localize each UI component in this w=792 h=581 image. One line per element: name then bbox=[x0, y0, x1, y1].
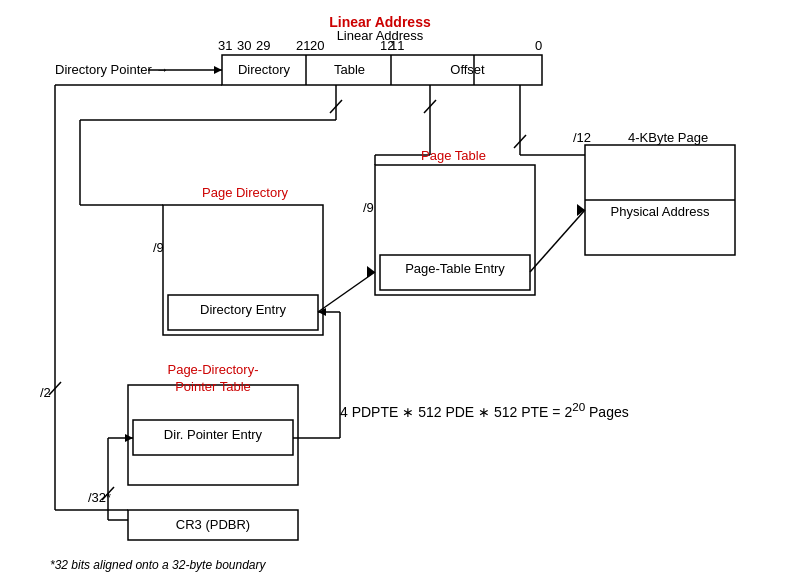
svg-line-25 bbox=[514, 135, 526, 148]
svg-marker-46 bbox=[214, 66, 222, 74]
page-dir-pointer-label: Page-Directory-Pointer Table bbox=[128, 362, 298, 396]
bit-31: 31 bbox=[218, 38, 232, 53]
physical-address-label: Physical Address bbox=[585, 204, 735, 219]
svg-marker-35 bbox=[125, 434, 133, 442]
formula-label: 4 PDPTE ∗ 512 PDE ∗ 512 PTE = 220 Pages bbox=[340, 400, 629, 420]
linear-address-title: Linear Address bbox=[280, 14, 480, 30]
offset-segment: Offset bbox=[393, 62, 542, 77]
footnote-label: *32 bits aligned onto a 32-byte boundary bbox=[50, 558, 266, 572]
page-directory-label: Page Directory bbox=[170, 185, 320, 200]
bit-29: 29 bbox=[256, 38, 270, 53]
directory-pointer-label: Directory Pointer → bbox=[55, 62, 168, 77]
bit-30: 30 bbox=[237, 38, 251, 53]
directory-segment: Directory bbox=[222, 62, 306, 77]
slash-12: /12 bbox=[573, 130, 591, 145]
svg-line-14 bbox=[330, 100, 342, 113]
table-segment: Table bbox=[308, 62, 391, 77]
slash-2: /2 bbox=[40, 385, 51, 400]
directory-entry-label: Directory Entry bbox=[168, 302, 318, 317]
svg-marker-40 bbox=[318, 308, 326, 316]
slash-9-table: /9 bbox=[363, 200, 374, 215]
svg-rect-8 bbox=[585, 145, 735, 255]
svg-line-30 bbox=[530, 210, 585, 272]
svg-line-20 bbox=[424, 100, 436, 113]
bit-21: 21 bbox=[296, 38, 310, 53]
bit-0: 0 bbox=[535, 38, 542, 53]
svg-line-28 bbox=[318, 272, 375, 312]
page-table-label: Page Table bbox=[376, 148, 531, 163]
cr3-label: CR3 (PDBR) bbox=[128, 517, 298, 532]
four-kbyte-label: 4-KByte Page bbox=[628, 130, 708, 145]
svg-marker-31 bbox=[577, 204, 585, 216]
bit-20: 20 bbox=[310, 38, 324, 53]
svg-marker-29 bbox=[367, 266, 375, 278]
bit-11: 11 bbox=[390, 38, 404, 53]
slash-32: /32* bbox=[88, 490, 111, 505]
page-table-entry-label: Page-Table Entry bbox=[380, 261, 530, 276]
dir-pointer-entry-label: Dir. Pointer Entry bbox=[133, 427, 293, 442]
slash-9-dir: /9 bbox=[153, 240, 164, 255]
